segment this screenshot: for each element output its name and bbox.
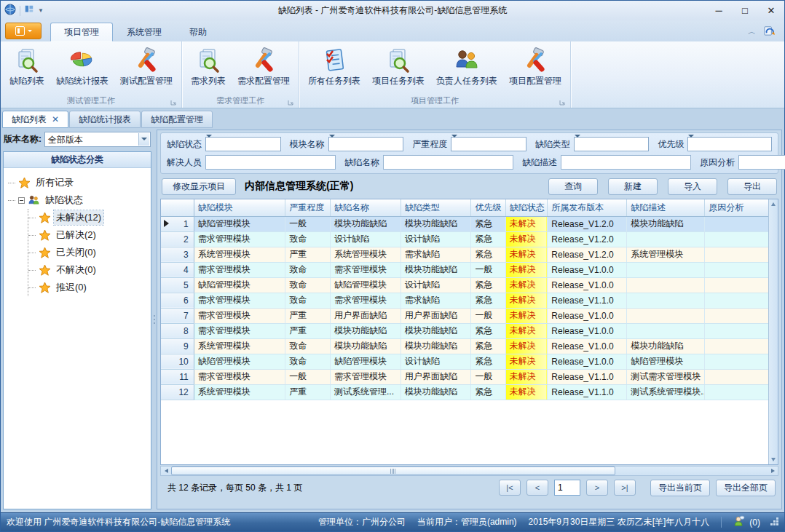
defect-list-button[interactable]: 缺陷列表 [4, 44, 50, 90]
grid-cell[interactable]: 系统管理模块 [194, 384, 285, 400]
filter-defect-name-input[interactable] [383, 155, 513, 170]
row-selector[interactable]: 12 [161, 384, 194, 400]
grid-cell[interactable]: 用户界面缺陷 [401, 369, 471, 384]
grid-cell[interactable]: 需求管理模块 [330, 293, 401, 308]
grid-cell[interactable]: Release_V1.0.0 [548, 323, 627, 338]
grid-cell[interactable]: 一般 [285, 216, 331, 231]
filter-module-name-select[interactable] [328, 137, 404, 151]
grid-horizontal-scrollbar[interactable] [160, 466, 778, 476]
project-tasks-button[interactable]: 项目任务列表 [366, 44, 430, 90]
grid-cell[interactable]: 需求管理模块 [194, 231, 285, 247]
grid-cell[interactable]: Release_V1.0.0 [548, 262, 627, 277]
tab-project-management[interactable]: 项目管理 [50, 23, 113, 41]
doc-tab-defect-list[interactable]: 缺陷列表✕ [2, 111, 68, 128]
grid-cell[interactable] [705, 216, 768, 231]
grid-cell[interactable]: 致命 [285, 293, 331, 308]
row-selector[interactable]: 7 [161, 308, 194, 323]
query-button[interactable]: 查询 [548, 178, 598, 195]
doc-tab-defect-report[interactable]: 缺陷统计报表 [69, 111, 141, 128]
scroll-up-icon[interactable] [769, 199, 778, 209]
tree-item-postponed[interactable]: 推迟(0) [28, 279, 149, 296]
table-row[interactable]: 12系统管理模块严重测试系统管理...模块功能缺陷紧急未解决Release_V1… [161, 384, 768, 400]
ribbon-help-icon[interactable] [763, 24, 776, 39]
grid-cell[interactable]: 致命 [285, 277, 331, 293]
tab-system-management[interactable]: 系统管理 [113, 23, 175, 41]
row-selector[interactable]: 4 [161, 262, 194, 277]
create-button[interactable]: 新建 [608, 178, 658, 195]
defect-report-button[interactable]: 缺陷统计报表 [50, 44, 114, 90]
status-cell[interactable]: 未解决 [505, 231, 548, 247]
grid-cell[interactable] [705, 384, 768, 400]
status-cell[interactable]: 未解决 [505, 216, 548, 231]
grid-cell[interactable]: 需求管理模块 [194, 369, 285, 384]
grid-cell[interactable]: 严重 [285, 384, 331, 400]
grid-cell[interactable]: 缺陷管理模块 [194, 216, 285, 231]
tab-help[interactable]: 帮助 [175, 23, 221, 41]
row-selector[interactable]: 9 [161, 338, 194, 354]
filter-defect-type-select[interactable] [574, 137, 650, 151]
grid-cell[interactable]: Release_V1.1.0 [548, 369, 627, 384]
grid-cell[interactable]: 模块功能缺陷 [401, 323, 471, 338]
last-page-button[interactable]: >| [614, 480, 636, 496]
grid-cell[interactable]: 模块功能缺陷 [627, 338, 705, 354]
grid-cell[interactable] [627, 277, 705, 293]
grid-cell[interactable] [627, 262, 705, 277]
resize-grip[interactable] [776, 517, 778, 520]
grid-cell[interactable]: 设计缺陷 [401, 354, 471, 369]
row-selector[interactable]: 3 [161, 247, 194, 262]
export-current-page-button[interactable]: 导出当前页 [650, 480, 710, 496]
import-button[interactable]: 导入 [668, 178, 717, 195]
grid-cell[interactable]: 系统管理模块 [627, 247, 705, 262]
column-header[interactable]: 严重程度 [285, 199, 331, 216]
status-cell[interactable]: 未解决 [505, 338, 548, 354]
scroll-left-icon[interactable] [161, 467, 171, 475]
application-menu-button[interactable] [5, 23, 42, 39]
grid-cell[interactable]: 紧急 [471, 323, 505, 338]
grid-cell[interactable]: 致命 [285, 231, 331, 247]
table-row[interactable]: 8需求管理模块严重模块功能缺陷模块功能缺陷紧急未解决Release_V1.0.0 [161, 323, 768, 338]
grid-cell[interactable] [627, 308, 705, 323]
column-header[interactable]: 优先级 [471, 199, 505, 216]
quick-access-dropdown-icon[interactable]: ▼ [38, 7, 44, 14]
grid-cell[interactable]: 设计缺陷 [401, 277, 471, 293]
grid-cell[interactable]: 紧急 [471, 231, 505, 247]
row-selector[interactable]: 1 [161, 216, 194, 231]
filter-defect-desc-input[interactable] [561, 155, 691, 170]
grid-cell[interactable] [705, 323, 768, 338]
grid-cell[interactable] [627, 293, 705, 308]
grid-cell[interactable]: 模块功能缺陷 [627, 216, 705, 231]
status-cell[interactable]: 未解决 [505, 293, 548, 308]
requirement-list-button[interactable]: 需求列表 [185, 44, 232, 90]
status-cell[interactable]: 未解决 [505, 308, 548, 323]
table-row[interactable]: 3系统管理模块严重系统管理模块需求缺陷紧急未解决Release_V1.2.0系统… [161, 247, 768, 262]
column-header[interactable]: 缺陷模块 [194, 199, 285, 216]
table-row[interactable]: 10缺陷管理模块致命缺陷管理模块设计缺陷紧急未解决Release_V1.0.0缺… [161, 354, 768, 369]
prev-page-button[interactable]: < [526, 480, 548, 496]
grid-cell[interactable]: 测试系统管理模块... [627, 384, 705, 400]
status-cell[interactable]: 未解决 [505, 323, 548, 338]
row-selector[interactable]: 8 [161, 323, 194, 338]
all-tasks-button[interactable]: 所有任务列表 [302, 44, 366, 90]
scroll-down-icon[interactable] [769, 455, 778, 464]
column-header[interactable]: 缺陷状态 [505, 199, 548, 216]
column-header[interactable]: 所属发布版本 [548, 199, 627, 216]
close-tab-icon[interactable]: ✕ [52, 114, 59, 124]
grid-cell[interactable]: 模块功能缺陷 [330, 323, 401, 338]
grid-cell[interactable]: 设计缺陷 [330, 231, 401, 247]
row-selector[interactable]: 10 [161, 354, 194, 369]
grid-cell[interactable] [705, 338, 768, 354]
grid-cell[interactable]: 系统管理模块 [194, 247, 285, 262]
grid-cell[interactable]: 设计缺陷 [401, 231, 471, 247]
next-page-button[interactable]: > [586, 480, 608, 496]
first-page-button[interactable]: |< [499, 480, 521, 496]
grid-cell[interactable] [705, 247, 768, 262]
grid-cell[interactable]: 致命 [285, 338, 331, 354]
table-row[interactable]: 4需求管理模块致命需求管理模块模块功能缺陷一般未解决Release_V1.0.0 [161, 262, 768, 277]
tree-item-closed[interactable]: 已关闭(0) [28, 244, 149, 261]
export-button[interactable]: 导出 [727, 178, 777, 195]
grid-cell[interactable]: Release_V1.2.0 [548, 216, 627, 231]
grid-cell[interactable]: 需求管理模块 [330, 369, 401, 384]
grid-vertical-scrollbar[interactable] [768, 199, 778, 464]
grid-cell[interactable] [627, 323, 705, 338]
minimize-button[interactable]: ─ [706, 1, 732, 20]
